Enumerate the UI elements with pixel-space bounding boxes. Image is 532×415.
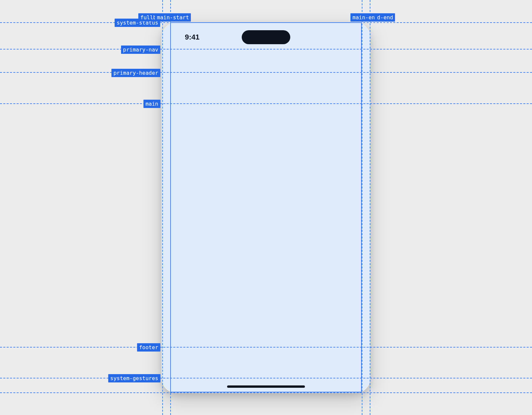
home-indicator: [227, 385, 305, 388]
guide-main-end: [362, 0, 362, 415]
label-system-gestures: system-gestures: [108, 374, 161, 382]
label-main: main: [143, 100, 160, 108]
guide-d-end: [370, 0, 370, 415]
guide-fullb: [162, 0, 163, 415]
label-primary-nav: primary-nav: [121, 46, 160, 54]
corner-indicator-tl: [162, 22, 172, 32]
label-primary-header: primary-header: [111, 69, 160, 77]
corner-indicator-tr: [360, 22, 370, 32]
label-footer: footer: [137, 343, 160, 352]
corner-indicator-bl: [162, 383, 172, 393]
corner-indicator-br: [360, 383, 370, 393]
status-time: 9:41: [185, 33, 200, 42]
label-main-start: main-start: [155, 13, 191, 22]
main-content-frame: [170, 22, 362, 392]
dynamic-island: [242, 30, 290, 44]
guide-bottom-edge: [0, 392, 532, 393]
label-d-end: d-end: [375, 13, 395, 22]
